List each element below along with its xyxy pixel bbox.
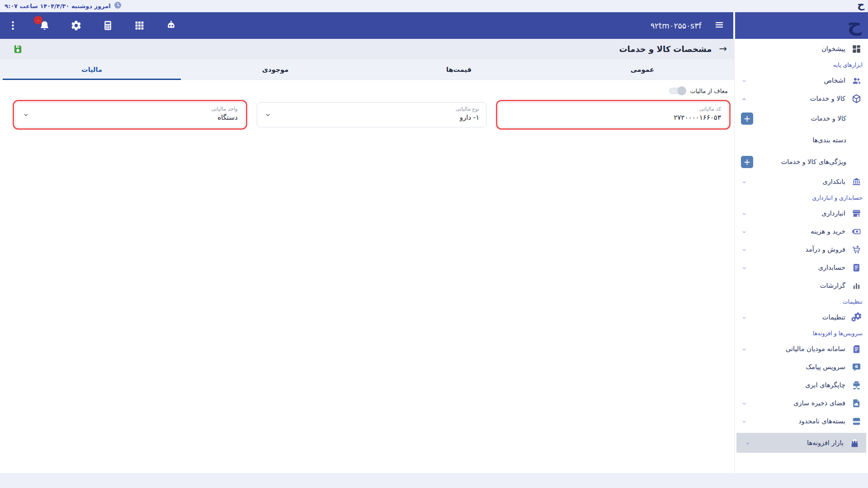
chevron-down-icon [741, 399, 747, 408]
sidebar-item-persons[interactable]: اشخاص [735, 71, 868, 89]
sidebar-item-cloud-printers[interactable]: چاپگرهای ابری [735, 376, 868, 394]
cart-icon [851, 244, 862, 255]
chevron-down-icon [741, 263, 747, 272]
sidebar-item-dashboard[interactable]: پیشخوان [735, 40, 868, 58]
header-main-bar: ۰ ۹۲tm۰۲۵۵۰s۳f [0, 12, 733, 39]
tab-bar: عمومیقیمت‌هاموجودیمالیات [0, 59, 734, 80]
storage-icon [851, 398, 862, 408]
sidebar-item-inventory[interactable]: انبارداری [735, 204, 868, 222]
sidebar-item-label: حسابداری [818, 264, 845, 271]
field-value: ۲۷۲۰۰۰۰۱۶۶۰۵۳ [505, 113, 721, 122]
add-goods-services-list-button[interactable]: + [741, 113, 753, 125]
assistant-bot-icon[interactable] [165, 19, 177, 32]
people-icon [851, 75, 862, 86]
chevron-down-icon [741, 209, 747, 218]
sidebar-item-label: چاپگرهای ابری [805, 381, 845, 389]
chevron-down-icon [23, 111, 29, 119]
footer-strip [0, 473, 868, 488]
sidebar-item-label: فروش و درآمد [805, 246, 845, 253]
sidebar-item-tax-moadian-system[interactable]: سامانه مودیان مالیاتی [735, 340, 868, 358]
clock-icon [113, 1, 122, 11]
sidebar-nav: پیشخوانابزارهای پایهاشخاصکالا و خدماتکال… [735, 39, 868, 453]
sidebar-item-storage-space[interactable]: فضای ذخیره سازی [735, 394, 868, 412]
top-strip: امروز دوشنبه ۱۴۰۴/۴/۳۰ ساعت ۹:۰۷ ح [0, 0, 868, 12]
journal-icon [851, 263, 862, 273]
sidebar-item-purchase-expense[interactable]: خرید و هزینه [735, 222, 868, 240]
page-header: → مشخصات کالا و خدمات [0, 39, 734, 59]
section-label: تنظیمات [843, 298, 863, 305]
subitem-label: کالا و خدمات [811, 115, 846, 122]
tab-inventory[interactable]: موجودی [184, 59, 367, 80]
chevron-down-icon [741, 345, 747, 353]
field-label: واحد مالیاتی [22, 106, 238, 112]
highlight-ring: کد مالیاتی۲۷۲۰۰۰۰۱۶۶۰۵۳ [496, 100, 731, 130]
sidebar-item-label: سامانه مودیان مالیاتی [786, 345, 845, 352]
sidebar-subitem-product-attributes[interactable]: ویژگی‌های کالا و خدمات+ [735, 151, 868, 173]
sidebar-item-goods-services[interactable]: کالا و خدمات [735, 89, 868, 108]
chart-icon [851, 281, 862, 291]
add-product-attributes-button[interactable]: + [741, 156, 753, 168]
calculator-calculator-icon[interactable] [101, 19, 114, 32]
sidebar-item-addons-market[interactable]: بازار افزونه‌ها [736, 433, 866, 453]
field-label: نوع مالیاتی [264, 106, 480, 112]
field-value: ۱- دارو [264, 113, 480, 122]
save-button[interactable] [13, 44, 23, 54]
sidebar-item-label: بسته‌های نامحدود [798, 418, 845, 425]
sidebar-subitem-categories[interactable]: دسته بندی‌ها [735, 129, 868, 151]
tab-general[interactable]: عمومی [551, 59, 734, 80]
section-label: حسابداری و انبارداری [812, 194, 863, 201]
current-date-text: امروز دوشنبه ۱۴۰۴/۴/۳۰ ساعت ۹:۰۷ [5, 3, 111, 9]
sidebar-item-label: انبارداری [821, 210, 845, 217]
store-icon [851, 208, 862, 219]
chevron-down-icon [741, 245, 747, 254]
box-icon [851, 94, 862, 104]
sidebar-item-accounting[interactable]: حسابداری [735, 258, 868, 277]
sidebar: پیشخوانابزارهای پایهاشخاصکالا و خدماتکال… [734, 39, 868, 473]
workspace-id: ۹۲tm۰۲۵۵۰s۳f [651, 21, 702, 30]
back-arrow-icon[interactable]: → [719, 44, 727, 54]
tab-tax[interactable]: مالیات [0, 59, 184, 80]
sidebar-item-label: فضای ذخیره سازی [793, 399, 845, 407]
sidebar-item-reports[interactable]: گزارشات [735, 277, 868, 295]
header-actions: ۰ [6, 12, 177, 39]
bag-icon [849, 438, 860, 448]
workspace-block: ۹۲tm۰۲۵۵۰s۳f [651, 12, 725, 39]
sidebar-section-settings-section: تنظیمات [735, 295, 868, 308]
subitem-label: ویژگی‌های کالا و خدمات [781, 158, 846, 165]
tax-exempt-toggle[interactable]: معاف از مالیات [669, 87, 728, 94]
sidebar-section-services-addons: سرویس‌ها و افزونه‌ها [735, 326, 868, 340]
sidebar-item-label: سرویس پیامک [806, 363, 845, 371]
gears-icon [851, 312, 862, 323]
hamburger-menu-icon[interactable] [713, 20, 725, 32]
chevron-up-icon [741, 94, 747, 103]
apps-apps-icon[interactable] [133, 19, 146, 32]
brand-logo-large: ح [847, 10, 862, 37]
notifications-bell-icon[interactable]: ۰ [38, 19, 51, 32]
more-options-kebab-icon[interactable] [6, 19, 19, 32]
bank-icon [851, 177, 862, 187]
sidebar-item-label: خرید و هزینه [811, 228, 845, 235]
toggle-switch-off[interactable] [669, 87, 685, 94]
sidebar-item-sms-service[interactable]: سرویس پیامک [735, 358, 868, 376]
page-title: مشخصات کالا و خدمات [619, 44, 712, 54]
subitem-label: دسته بندی‌ها [812, 136, 846, 144]
sidebar-item-banking[interactable]: بانکداری [735, 173, 868, 191]
sidebar-item-settings[interactable]: تنظیمات [735, 308, 868, 326]
tab-prices[interactable]: قیمت‌ها [367, 59, 551, 80]
sidebar-item-label: گزارشات [820, 282, 845, 289]
highlight-ring: واحد مالیاتیدستگاه [13, 100, 247, 130]
sidebar-item-sales-income[interactable]: فروش و درآمد [735, 240, 868, 258]
chevron-down-icon [741, 417, 747, 426]
sms-icon [851, 362, 862, 372]
field-tax-unit[interactable]: واحد مالیاتیدستگاه [15, 102, 245, 127]
field-wrap: نوع مالیاتی۱- دارو [255, 100, 489, 130]
sidebar-item-label: بانکداری [823, 178, 846, 185]
chevron-down-icon [741, 178, 747, 186]
sidebar-subitem-goods-services-list[interactable]: کالا و خدمات+ [735, 108, 868, 129]
field-tax-code[interactable]: کد مالیاتی۲۷۲۰۰۰۰۱۶۶۰۵۳ [498, 102, 728, 127]
field-value: دستگاه [22, 113, 238, 122]
sidebar-item-unlimited-packages[interactable]: بسته‌های نامحدود [735, 412, 868, 430]
tax-fields-row: کد مالیاتی۲۷۲۰۰۰۰۱۶۶۰۵۳نوع مالیاتی۱- دار… [13, 100, 731, 130]
settings-gear-icon[interactable] [70, 19, 82, 32]
field-tax-type[interactable]: نوع مالیاتی۱- دارو [257, 102, 487, 127]
